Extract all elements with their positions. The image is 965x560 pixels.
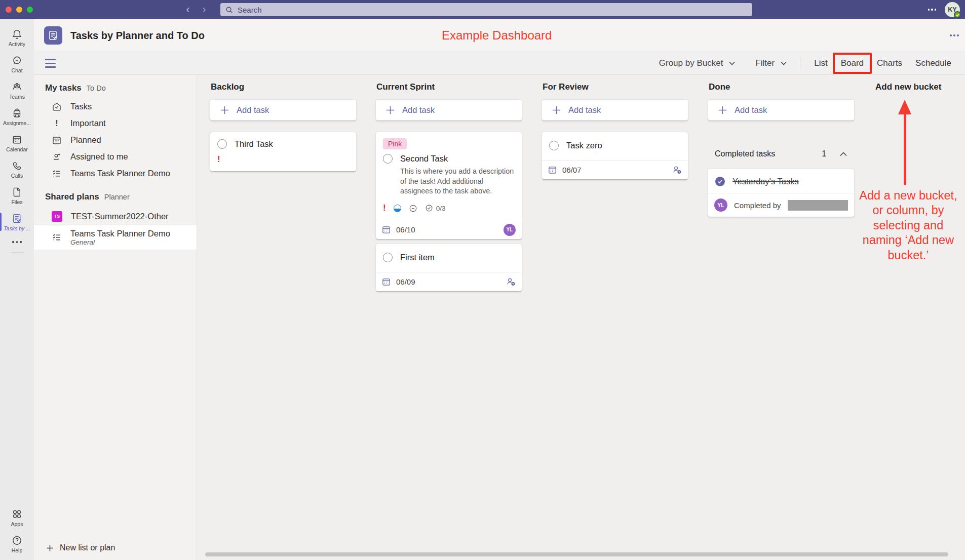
tab-list[interactable]: List [807,55,834,71]
add-task-button[interactable]: Add task [542,100,688,121]
rail-item-label: Activity [9,41,25,47]
plan-badge: TS [52,211,62,222]
back-button[interactable]: ‹ [181,2,195,17]
sidebar-item-tasks[interactable]: Tasks [34,98,197,115]
bucket-title[interactable]: Backlog [211,82,356,93]
rail-item-label: Calendar [6,146,28,152]
close-window-button[interactable] [6,7,12,13]
rail-item-teams[interactable]: Teams [0,77,34,103]
rail-item-apps[interactable]: Apps [0,504,34,531]
task-card-task-zero[interactable]: Task zero 06/07 [542,132,688,179]
tasks-icon [11,213,23,224]
sidebar-item-teams-task-planner-demo-general[interactable]: Teams Task Planner Demo General [34,225,197,250]
sidebar-item-label: Planned [70,135,101,145]
bucket-title[interactable]: Current Sprint [376,82,522,93]
zoom-window-button[interactable] [27,7,33,13]
more-apps-button[interactable] [12,235,22,249]
completed-check-icon[interactable] [715,177,725,186]
section-title: Shared plans [45,192,99,202]
rail-item-calls[interactable]: Calls [0,156,34,182]
complete-task-circle[interactable] [549,141,559,150]
group-by-label: Group by Bucket [659,58,723,68]
task-card-first-item[interactable]: First item 06/09 [376,244,522,291]
plus-icon [46,544,54,552]
plus-icon [385,105,395,115]
bucket-column-for-review: For Review Add task Task zero 06/07 [542,75,688,179]
bucket-column-current-sprint: Current Sprint Add task Pink Second Task… [376,75,522,291]
search-input[interactable] [237,5,711,15]
task-title: Third Task [235,139,273,149]
assign-person-icon[interactable] [672,165,682,175]
sidebar-item-important[interactable]: ! Important [34,115,197,132]
annotation-arrow-shaft [904,113,906,185]
search-icon [225,6,233,14]
sidebar-item-assigned-to-me[interactable]: Assigned to me [34,148,197,165]
new-list-or-plan-button[interactable]: New list or plan [34,543,197,560]
add-task-label: Add task [568,105,601,115]
rail-item-activity[interactable]: Activity [0,24,34,51]
task-card-second-task[interactable]: Pink Second Task This is where you add a… [376,132,522,239]
rail-item-files[interactable]: Files [0,182,34,209]
rail-item-tasks-by-planner[interactable]: Tasks by ... [0,209,34,235]
horizontal-scrollbar[interactable] [205,552,948,556]
search-bar[interactable] [220,3,752,16]
apps-grid-icon [11,508,23,520]
task-card-yesterdays-tasks[interactable]: Yesterday's Tasks YL Completed by [708,169,854,217]
checklist-icon [425,204,433,212]
rail-item-label: Tasks by ... [4,225,30,231]
add-task-button[interactable]: Add task [210,100,356,121]
rail-item-calendar[interactable]: Calendar [0,130,34,156]
rail-item-label: Apps [11,521,23,527]
sidebar-item-planned[interactable]: Planned [34,132,197,148]
sidebar-item-label: Important [70,118,106,128]
forward-button[interactable]: › [198,2,211,17]
section-subtitle: To Do [87,84,106,92]
plus-icon [718,105,727,115]
minimize-window-button[interactable] [16,7,22,13]
completed-tasks-toggle[interactable]: Completed tasks 1 [708,149,854,158]
file-icon [11,186,23,198]
chevron-down-icon [729,61,735,65]
section-title: My tasks [45,83,82,93]
filter-dropdown[interactable]: Filter [755,58,787,68]
task-list-icon [52,232,62,243]
teams-window: ‹ › KY Activity Chat Teams Assi [0,0,965,560]
bucket-title[interactable]: Done [709,82,854,93]
add-task-label: Add task [237,105,269,115]
assignee-avatar[interactable]: YL [714,198,727,212]
in-progress-icon [394,205,401,212]
add-task-button[interactable]: Add task [376,100,522,121]
bell-icon [11,28,23,40]
complete-task-circle[interactable] [383,154,393,164]
task-title: First item [400,253,435,262]
help-icon [11,535,23,546]
sidebar-item-teams-task-planner-demo[interactable]: Teams Task Planner Demo [34,165,197,182]
backpack-icon [11,107,23,119]
sidebar-item-test-summer2022-other[interactable]: TS TEST-Summer2022-Other [34,207,197,225]
header-more-button[interactable] [950,34,959,36]
tab-schedule[interactable]: Schedule [909,55,958,71]
rail-item-label: Assignme... [3,120,31,126]
task-title: Yesterday's Tasks [732,177,799,186]
toolbar-divider [800,58,800,69]
complete-task-circle[interactable] [217,139,227,149]
add-task-button[interactable]: Add task [708,100,854,121]
chevron-down-icon [781,61,787,65]
rail-item-chat[interactable]: Chat [0,51,34,77]
task-card-third-task[interactable]: Third Task [210,132,356,171]
add-new-bucket-button[interactable]: Add new bucket [875,82,965,93]
more-options-button[interactable] [928,9,937,11]
toggle-sidebar-button[interactable] [45,59,56,67]
assign-person-icon[interactable] [506,277,516,287]
sidebar-item-sublabel: General [70,238,170,247]
rail-item-assignments[interactable]: Assignme... [0,103,34,130]
complete-task-circle[interactable] [383,253,393,262]
rail-item-help[interactable]: Help [0,531,34,557]
assignee-avatar[interactable]: YL [504,224,516,236]
teams-icon [11,81,23,93]
tab-board[interactable]: Board [834,55,870,71]
tab-charts[interactable]: Charts [870,55,909,71]
avatar[interactable]: KY [945,2,960,17]
bucket-title[interactable]: For Review [543,82,688,93]
group-by-dropdown[interactable]: Group by Bucket [659,58,736,68]
